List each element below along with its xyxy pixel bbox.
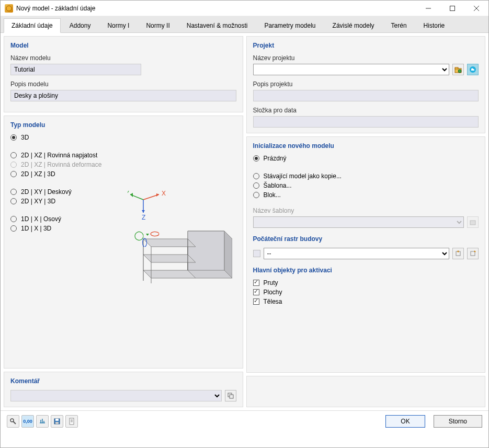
raster-color-swatch — [253, 250, 260, 257]
project-desc-input[interactable] — [253, 90, 479, 101]
model-name-label: Název modelu — [10, 54, 236, 62]
checkbox-icon — [253, 280, 259, 286]
tab-7[interactable]: Terén — [383, 18, 415, 32]
project-folder-label: Složka pro data — [253, 107, 479, 114]
tab-5[interactable]: Parametry modelu — [257, 18, 324, 32]
project-folder-input[interactable] — [253, 116, 479, 128]
checkbox-icon — [253, 289, 259, 295]
init-option-0[interactable]: Prázdný — [253, 155, 479, 162]
init-option-3[interactable]: Šablona... — [253, 182, 479, 189]
svg-rect-21 — [455, 67, 458, 69]
model-desc-label: Popis modelu — [10, 81, 236, 88]
template-label: Název šablony — [253, 207, 479, 214]
comment-panel: Komentář — [4, 372, 243, 407]
minimize-button[interactable] — [416, 1, 440, 16]
tool-units-icon[interactable]: 0,00 — [21, 415, 34, 428]
model-type-option-0[interactable]: 3D — [10, 134, 236, 141]
model-type-option-2[interactable]: 2D | XZ | Rovinná napjatost — [10, 152, 236, 159]
radio-label: Blok... — [264, 191, 281, 199]
radio-icon — [253, 173, 259, 179]
cancel-button[interactable]: Storno — [434, 415, 482, 428]
svg-line-29 — [474, 251, 475, 252]
project-name-label: Název projektu — [253, 54, 479, 62]
project-name-select[interactable] — [253, 64, 450, 75]
raster-title: Počáteční rastr budovy — [253, 235, 479, 243]
close-button[interactable] — [464, 1, 488, 16]
svg-rect-33 — [55, 419, 59, 421]
raster-edit-icon[interactable] — [467, 248, 479, 259]
radio-icon — [10, 171, 17, 177]
tab-2[interactable]: Normy I — [99, 18, 137, 32]
radio-icon — [10, 162, 17, 168]
radio-icon — [10, 134, 17, 141]
activate-option-1[interactable]: Plochy — [253, 289, 479, 296]
radio-label: 2D | XZ | 3D — [21, 170, 55, 178]
model-type-panel: Typ modelu 3D2D | XZ | Rovinná napjatost… — [4, 116, 243, 369]
activate-option-2[interactable]: Tělesa — [253, 298, 479, 305]
model-panel-title: Model — [10, 42, 236, 49]
radio-icon — [10, 225, 17, 232]
radio-label: Prázdný — [264, 155, 287, 162]
model-name-input[interactable] — [10, 64, 141, 75]
radio-icon — [253, 155, 259, 162]
checkbox-label: Plochy — [264, 289, 282, 296]
project-cloud-icon[interactable] — [467, 64, 479, 75]
init-option-2[interactable]: Stávající model jako kopie... — [253, 173, 479, 180]
radio-icon — [253, 192, 259, 198]
svg-text:Y: Y — [128, 190, 129, 197]
tab-0[interactable]: Základní údaje — [4, 18, 61, 33]
tab-6[interactable]: Závislé modely — [325, 18, 382, 32]
raster-new-icon[interactable] — [452, 248, 464, 259]
comment-copy-icon[interactable] — [225, 390, 236, 401]
project-panel-title: Projekt — [253, 42, 479, 49]
radio-label: 3D — [21, 134, 29, 141]
tab-4[interactable]: Nastavení & možnosti — [179, 18, 256, 32]
checkbox-label: Pruty — [264, 279, 278, 286]
radio-icon — [10, 198, 17, 204]
project-desc-label: Popis projektu — [253, 81, 479, 88]
tab-8[interactable]: Historie — [416, 18, 453, 32]
model-panel: Model Název modelu Popis modelu — [4, 36, 243, 112]
tool-load-icon[interactable] — [36, 415, 49, 428]
radio-label: 2D | XZ | Rovinná napjatost — [21, 152, 97, 159]
right-bottom-panel — [246, 376, 486, 407]
activate-option-0[interactable]: Pruty — [253, 279, 479, 286]
project-manager-icon[interactable] — [452, 64, 464, 75]
init-option-4[interactable]: Blok... — [253, 191, 479, 199]
maximize-button[interactable] — [440, 1, 464, 16]
model-preview: X Y Z — [128, 184, 232, 289]
tab-1[interactable]: Addony — [62, 18, 99, 32]
tool-report-icon[interactable] — [65, 415, 78, 428]
svg-text:X: X — [162, 190, 166, 197]
init-title: Inicializace nového modelu — [253, 142, 479, 150]
ok-button[interactable]: OK — [385, 415, 425, 428]
svg-marker-12 — [142, 210, 145, 213]
tool-save-icon[interactable] — [51, 415, 63, 428]
svg-point-0 — [6, 6, 12, 11]
comment-select[interactable] — [10, 390, 222, 401]
svg-text:Z: Z — [142, 214, 145, 221]
radio-label: Šablona... — [264, 182, 292, 189]
model-type-option-4[interactable]: 2D | XZ | 3D — [10, 170, 236, 178]
radio-icon — [10, 189, 17, 195]
comment-title: Komentář — [10, 377, 236, 385]
tool-wrench-icon[interactable] — [7, 415, 19, 428]
radio-label: 2D | XY | Deskový — [21, 188, 72, 196]
raster-select[interactable]: -- — [264, 248, 450, 259]
app-icon — [5, 4, 13, 13]
checkbox-label: Tělesa — [264, 298, 282, 305]
radio-label: 2D | XY | 3D — [21, 198, 55, 205]
project-panel: Projekt Název projektu Popis projektu Sl… — [246, 36, 486, 133]
radio-icon — [10, 152, 17, 158]
model-type-option-3: 2D | XZ | Rovinná deformace — [10, 161, 236, 168]
tab-3[interactable]: Normy II — [138, 18, 177, 32]
bottom-bar: 0,00 OK Storno — [1, 410, 488, 432]
radio-label: 2D | XZ | Rovinná deformace — [21, 161, 101, 168]
model-desc-input[interactable] — [10, 90, 236, 101]
svg-rect-24 — [470, 221, 475, 225]
window-title: Nový model - základní údaje — [16, 5, 416, 12]
activate-title: Hlavní objekty pro aktivaci — [253, 267, 479, 274]
svg-rect-2 — [450, 6, 455, 10]
radio-icon — [10, 216, 17, 222]
init-panel: Inicializace nového modelu PrázdnýStávaj… — [246, 136, 486, 373]
